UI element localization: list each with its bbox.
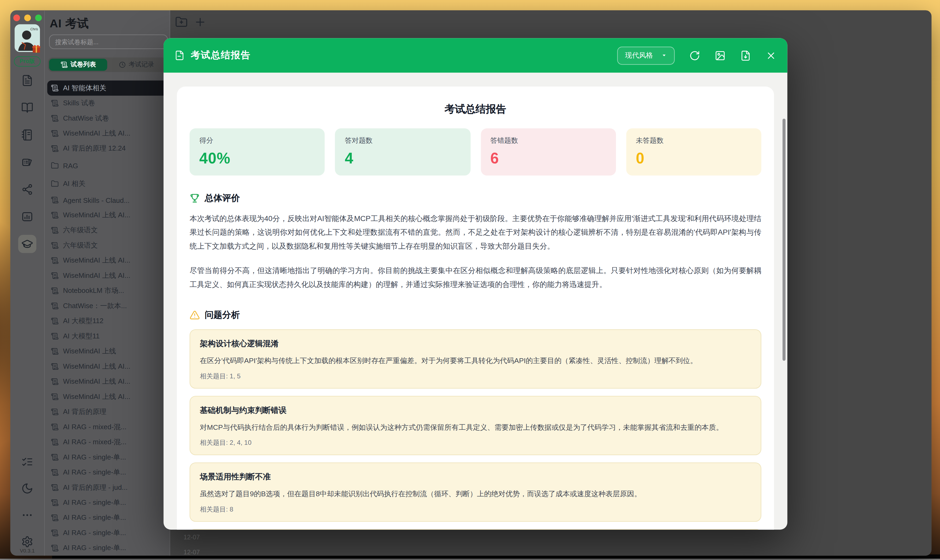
modal-scrollbar[interactable] xyxy=(783,119,786,361)
exam-list-item[interactable]: WiseMindAI 上线 AI... xyxy=(47,126,167,141)
exam-list-item-label: WiseMindAI 上线 AI... xyxy=(63,271,130,280)
exam-list-item[interactable]: AI RAG - single-单... xyxy=(47,525,167,540)
rail-utility-item[interactable] xyxy=(18,453,37,471)
exam-list-item[interactable]: WiseMindAI 上线 xyxy=(47,344,167,359)
scroll-icon xyxy=(51,544,59,552)
exam-list-item[interactable]: AI 背后的原理 xyxy=(47,404,167,419)
exam-list-item-label: AI 背后的原理 xyxy=(63,407,106,416)
sidebar: AI 考试 试卷列表 考试记录 xyxy=(45,10,170,555)
exam-list-item[interactable]: RAG xyxy=(47,158,167,173)
stat-value: 40% xyxy=(199,149,315,167)
stat-label: 答错题数 xyxy=(490,136,606,145)
exam-list-item[interactable]: 六年级语文 xyxy=(47,223,167,238)
exam-list-item[interactable]: Agent Skills - Claud... xyxy=(47,192,167,208)
exam-list-item[interactable]: AI RAG - mixed-混... xyxy=(47,419,167,434)
rail-nav-item[interactable] xyxy=(18,126,37,144)
rail-nav-item[interactable] xyxy=(18,153,37,171)
exam-list-item[interactable]: AI 大模型112 xyxy=(47,314,167,329)
exam-list-item[interactable]: AI 大模型11 xyxy=(47,329,167,344)
gift-icon[interactable] xyxy=(31,44,41,53)
exam-list-item-label: 六年级语文 xyxy=(63,226,98,235)
exam-list-item[interactable]: AI RAG - single-单... xyxy=(47,510,167,525)
exam-list-item-label: AI 背后的原理 12.24 xyxy=(63,144,126,153)
exam-list-item[interactable]: AI RAG - single-单... xyxy=(47,495,167,510)
header-action-button[interactable] xyxy=(194,16,206,28)
exam-list-item[interactable]: WiseMindAI 上线 AI... xyxy=(47,359,167,374)
exam-list-item[interactable]: AI 背后的原理 12.24 xyxy=(47,141,167,156)
bar-chart-icon xyxy=(21,211,33,223)
rail-nav xyxy=(10,72,44,253)
exam-list-item-label: AI 大模型11 xyxy=(63,332,100,341)
folder-plus-icon xyxy=(175,16,188,28)
rail-utility-item[interactable] xyxy=(18,479,37,498)
page-title: AI 考试 xyxy=(49,16,89,32)
problem-card-title: 架构设计核心逻辑混淆 xyxy=(200,338,751,349)
exam-list-item-label: RAG xyxy=(63,162,78,169)
rail-nav-item[interactable] xyxy=(18,72,37,90)
chevron-down-icon xyxy=(661,53,667,58)
exam-list-item-label: AI RAG - mixed-混... xyxy=(63,438,126,447)
exam-list-item[interactable]: AI 智能体相关 xyxy=(47,80,167,95)
scroll-icon xyxy=(51,378,59,386)
modal-title: 考试总结报告 xyxy=(191,49,251,62)
rail-nav-item[interactable] xyxy=(18,98,37,117)
header-action-button[interactable] xyxy=(175,16,188,28)
search-input[interactable] xyxy=(49,35,168,49)
rail-nav-item[interactable] xyxy=(18,208,37,226)
scroll-icon xyxy=(51,408,59,416)
exam-list-item[interactable]: ChatWise 试卷 xyxy=(47,111,167,126)
sidebar-header-actions xyxy=(175,16,206,28)
report-panel: 考试总结报告 得分 40% 答对题数 4 xyxy=(177,86,774,530)
scroll-icon xyxy=(51,484,59,491)
problem-card-title: 场景适用性判断不准 xyxy=(200,471,751,482)
rail-nav-item[interactable] xyxy=(18,235,37,253)
exam-list-item[interactable]: WiseMindAI 上线 AI... xyxy=(47,389,167,404)
rail-nav-item[interactable] xyxy=(18,180,37,198)
zoom-window-button[interactable] xyxy=(35,14,42,21)
exam-list-item-label: WiseMindAI 上线 AI... xyxy=(63,256,130,265)
exam-list-item[interactable]: 六年级语文 xyxy=(47,238,167,253)
scroll-icon xyxy=(51,302,59,310)
scroll-icon xyxy=(51,129,59,137)
exam-list-item[interactable]: AI 背后的原理 - jud... xyxy=(47,480,167,495)
minimize-window-button[interactable] xyxy=(24,14,31,21)
exam-list-item[interactable]: WiseMindAI 上线 AI... xyxy=(47,268,167,283)
sidebar-tab[interactable]: 试卷列表 xyxy=(49,59,107,71)
exam-list-item[interactable]: AI RAG - single-单... xyxy=(47,540,167,555)
scroll-icon xyxy=(51,332,59,340)
refresh-button[interactable] xyxy=(689,50,700,61)
problem-card-desc: 对MCP与代码执行结合后的具体行为判断错误，例如误认为这种方式仍需保留所有工具定… xyxy=(200,421,751,433)
style-select[interactable]: 现代风格 xyxy=(617,46,675,65)
exam-list-item-label: AI RAG - single-单... xyxy=(63,528,126,537)
overall-section-header: 总体评价 xyxy=(190,192,761,204)
pro-badge[interactable]: Pro版 xyxy=(14,56,40,66)
exam-list-item[interactable]: AI RAG - mixed-混... xyxy=(47,435,167,449)
modal-header: 考试总结报告 现代风格 xyxy=(163,38,787,72)
record-date: 12-07 xyxy=(183,548,200,556)
export-image-button[interactable] xyxy=(715,50,726,61)
exam-list-item[interactable]: NotebookLM 市场... xyxy=(47,283,167,298)
exam-list-item[interactable]: AI RAG - single-单... xyxy=(47,449,167,465)
exam-list-item[interactable]: WiseMindAI 上线 AI... xyxy=(47,253,167,268)
exam-list-item[interactable]: Skills 试卷 xyxy=(47,95,167,111)
scroll-icon xyxy=(51,114,59,122)
sidebar-tab[interactable]: 考试记录 xyxy=(107,59,165,71)
rail-utility-item[interactable] xyxy=(18,506,37,525)
scroll-icon xyxy=(51,529,59,537)
exam-list-item[interactable]: WiseMindAI 上线 AI... xyxy=(47,374,167,389)
exam-list-item[interactable]: WiseMindAI 上线 AI... xyxy=(47,208,167,223)
scroll-icon xyxy=(51,468,59,476)
close-modal-button[interactable] xyxy=(766,50,777,61)
app-window: Chris Pro版 xyxy=(10,10,931,555)
exam-list-item-label: AI RAG - single-单... xyxy=(63,453,126,462)
exam-list-item[interactable]: AI RAG - single-单... xyxy=(47,465,167,480)
exam-list-item-label: WiseMindAI 上线 AI... xyxy=(63,362,130,371)
exam-list-item[interactable]: AI 相关 xyxy=(47,176,167,191)
exam-list-item-label: AI 相关 xyxy=(63,179,86,188)
close-window-button[interactable] xyxy=(14,14,20,21)
sidebar-tab-label: 考试记录 xyxy=(129,60,154,69)
export-file-button[interactable] xyxy=(740,50,751,61)
exam-list-item[interactable]: ChatWise：一款本... xyxy=(47,298,167,314)
exam-list-item-label: AI 智能体相关 xyxy=(63,84,106,93)
problem-card: 基础机制与约束判断错误 对MCP与代码执行结合后的具体行为判断错误，例如误认为这… xyxy=(190,395,761,455)
